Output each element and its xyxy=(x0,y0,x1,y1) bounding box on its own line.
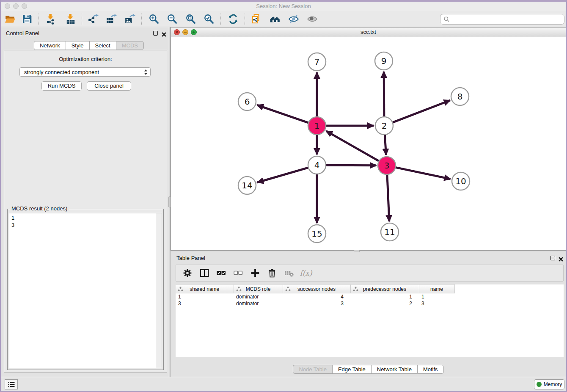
float-panel-icon[interactable] xyxy=(153,31,158,36)
search-input[interactable] xyxy=(450,16,556,22)
list-icon xyxy=(7,381,16,388)
column-header-successor-nodes[interactable]: successor nodes xyxy=(283,285,350,293)
tab-edge-table[interactable]: Edge Table xyxy=(332,365,371,374)
table-cell[interactable]: 3 xyxy=(419,300,454,307)
network-window-titlebar[interactable]: scc.txt xyxy=(171,28,566,37)
edge-4-3[interactable] xyxy=(326,165,376,166)
toolbar-separator xyxy=(141,14,142,25)
deselect-all-checkboxes-icon[interactable] xyxy=(233,268,244,279)
columns-icon[interactable] xyxy=(199,268,210,279)
export-table-icon[interactable] xyxy=(105,13,117,25)
table-cell[interactable]: 1 xyxy=(419,293,454,300)
network-minimize-button[interactable] xyxy=(182,29,188,35)
node-label-7: 7 xyxy=(314,57,320,67)
tab-mcds[interactable]: MCDS xyxy=(116,41,144,50)
table-row[interactable]: 3dominator323 xyxy=(176,300,454,307)
minimize-window-button[interactable] xyxy=(13,3,19,9)
zoom-in-icon[interactable] xyxy=(148,13,160,25)
hide-selected-icon[interactable] xyxy=(288,13,300,25)
close-panel-icon[interactable] xyxy=(162,31,166,39)
network-graph-svg[interactable]: 7968124314101511 xyxy=(171,37,566,250)
table-tabs: Node Table Edge Table Network Table Moti… xyxy=(171,365,566,374)
table-cell[interactable]: 2 xyxy=(350,300,419,307)
import-table-icon[interactable] xyxy=(65,13,77,25)
tab-style[interactable]: Style xyxy=(66,41,89,50)
column-header-shared-name[interactable]: shared name xyxy=(176,285,234,293)
column-header-predecessor-nodes[interactable]: predecessor nodes xyxy=(350,285,419,293)
node-label-10: 10 xyxy=(455,176,466,186)
add-column-icon[interactable] xyxy=(250,268,261,279)
first-neighbors-icon[interactable] xyxy=(269,13,281,25)
table-cell[interactable]: dominator xyxy=(234,300,283,307)
tab-select[interactable]: Select xyxy=(89,41,116,50)
tab-node-table[interactable]: Node Table xyxy=(293,365,332,374)
table-cell[interactable]: dominator xyxy=(234,293,283,300)
show-all-icon[interactable] xyxy=(306,13,318,25)
maximize-window-button[interactable] xyxy=(22,3,27,9)
export-image-icon[interactable] xyxy=(124,13,136,25)
zoom-fit-icon[interactable] xyxy=(185,13,197,25)
tab-network[interactable]: Network xyxy=(34,41,66,50)
edge-1-6[interactable] xyxy=(257,105,309,123)
close-panel-button[interactable]: Close panel xyxy=(87,81,131,91)
result-scrollbar[interactable] xyxy=(156,213,162,368)
mcds-result-list[interactable]: 1 3 xyxy=(9,213,162,368)
close-window-button[interactable] xyxy=(5,3,10,9)
status-bar: Memory xyxy=(1,377,566,391)
table-row[interactable]: 1dominator411 xyxy=(176,293,454,300)
node-label-15: 15 xyxy=(311,229,322,239)
mcds-result-group: MCDS result (2 nodes) 1 3 xyxy=(7,209,164,370)
open-file-icon[interactable] xyxy=(4,13,16,25)
trash-icon[interactable] xyxy=(267,268,278,279)
table-panel-title: Table Panel xyxy=(176,255,205,261)
search-icon xyxy=(443,16,450,22)
table-cell[interactable]: 4 xyxy=(283,293,350,300)
save-session-icon[interactable] xyxy=(21,13,33,25)
criterion-dropdown[interactable]: strongly connected component xyxy=(19,67,151,77)
memory-status-dot xyxy=(537,382,542,387)
dropdown-stepper-icon xyxy=(144,69,148,75)
table-cell[interactable]: 3 xyxy=(283,300,350,307)
export-network-icon[interactable] xyxy=(87,13,99,25)
network-maximize-button[interactable] xyxy=(191,29,197,35)
delete-table-icon[interactable] xyxy=(284,268,295,279)
zoom-selected-icon[interactable] xyxy=(203,13,215,25)
mcds-result-title: MCDS result (2 nodes) xyxy=(10,205,69,212)
table-cell[interactable]: 1 xyxy=(176,293,234,300)
column-header-name[interactable]: name xyxy=(419,285,454,293)
column-header-mcds-role[interactable]: MCDS role xyxy=(234,285,283,293)
refresh-icon[interactable] xyxy=(227,13,239,25)
network-close-button[interactable] xyxy=(174,29,180,35)
attribute-tree-icon xyxy=(236,287,242,293)
edge-4-14[interactable] xyxy=(257,168,308,182)
task-history-button[interactable] xyxy=(5,379,18,389)
mcds-panel: Optimization criterion: strongly connect… xyxy=(4,50,167,373)
close-table-panel-icon[interactable] xyxy=(559,256,563,263)
table-cell[interactable]: 1 xyxy=(350,293,419,300)
function-builder-icon[interactable]: f(x) xyxy=(300,268,311,279)
table-panel: Table Panel f(x) xyxy=(171,252,566,377)
tab-motifs[interactable]: Motifs xyxy=(417,365,444,374)
select-all-checkboxes-icon[interactable] xyxy=(216,268,227,279)
table-panel-header: Table Panel xyxy=(171,252,566,263)
edge-2-8[interactable] xyxy=(393,100,450,122)
import-network-icon[interactable] xyxy=(45,13,57,25)
float-table-panel-icon[interactable] xyxy=(550,256,555,260)
zoom-out-icon[interactable] xyxy=(166,13,178,25)
edge-3-1[interactable] xyxy=(326,131,379,161)
run-mcds-button[interactable]: Run MCDS xyxy=(41,81,82,91)
edge-3-10[interactable] xyxy=(396,167,451,179)
clone-network-icon[interactable] xyxy=(250,13,262,25)
search-field[interactable] xyxy=(440,14,564,25)
edge-2-3[interactable] xyxy=(385,135,386,155)
edge-2-9[interactable] xyxy=(384,72,384,117)
control-panel-tabs: Network Style Select MCDS xyxy=(34,41,144,50)
memory-button[interactable]: Memory xyxy=(534,379,564,389)
table-cell[interactable]: 3 xyxy=(176,300,234,307)
settings-gear-icon[interactable] xyxy=(182,268,193,279)
node-label-1: 1 xyxy=(314,121,320,131)
tab-network-table[interactable]: Network Table xyxy=(371,365,417,374)
node-label-2: 2 xyxy=(382,121,387,131)
node-label-9: 9 xyxy=(381,56,387,66)
edge-3-11[interactable] xyxy=(387,174,389,221)
